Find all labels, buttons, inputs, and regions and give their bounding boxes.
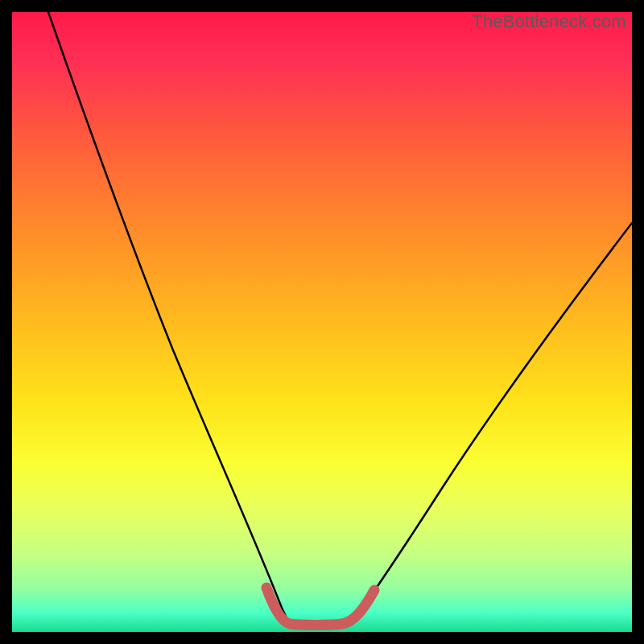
watermark-label: TheBottleneck.com (472, 11, 626, 32)
plot-area (12, 12, 632, 632)
left-curve (48, 12, 287, 620)
right-curve (353, 223, 632, 621)
bottom-highlight (266, 588, 374, 625)
chart-container: TheBottleneck.com (0, 0, 644, 644)
chart-svg (12, 12, 632, 632)
